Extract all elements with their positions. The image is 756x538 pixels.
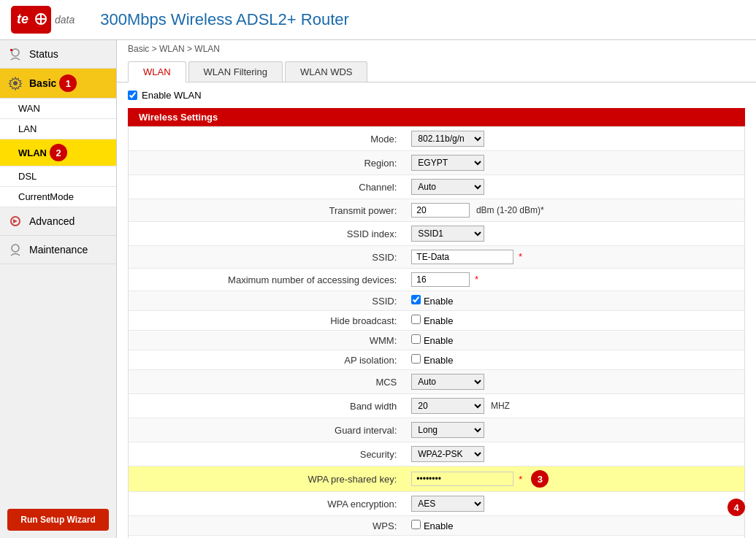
wmm-text: Enable [424, 335, 453, 346]
maintenance-icon [7, 242, 23, 258]
bandwidth-value: 2040 MHZ [405, 394, 744, 418]
svg-rect-5 [10, 49, 12, 51]
channel-label: Channel: [129, 175, 406, 199]
sidebar-item-maintenance[interactable]: Maintenance [0, 236, 116, 264]
txpower-value: dBm (1-20 dBm)* [405, 199, 744, 222]
sidebar-dsl-label: DSL [18, 171, 37, 182]
security-label: Security: [129, 442, 406, 466]
sidebar-wan-label: WAN [18, 103, 40, 114]
sidebar-sub-currentmode[interactable]: CurrentMode [0, 187, 116, 207]
channel-value: Auto 12345 67891011 [405, 175, 744, 199]
tabs-container: WLAN WLAN Filtering WLAN WDS [117, 58, 756, 82]
sidebar: Status Basic 1 WAN LAN WLAN 2 DSL Cu [0, 40, 117, 538]
wmm-value: Enable [405, 331, 744, 350]
table-row: WPS: Enable [129, 516, 745, 536]
ssid-required: * [519, 251, 522, 262]
sidebar-item-advanced[interactable]: Advanced [0, 207, 116, 236]
hidebc-checkbox[interactable] [411, 315, 421, 324]
table-row: Security: WPA2-PSKWPA-PSKNoneWEP [129, 442, 745, 466]
wpaenc-select[interactable]: AESTKIPTKIP+AES [411, 496, 484, 512]
ssid-enable-value: Enable [405, 291, 744, 311]
mcs-label: MCS [129, 370, 406, 394]
enable-wlan-checkbox[interactable] [128, 91, 137, 100]
sidebar-sub-wlan[interactable]: WLAN 2 [0, 139, 116, 166]
wpsmode-label: WPS mode: [129, 536, 406, 539]
tab-wlan-filtering[interactable]: WLAN Filtering [188, 61, 283, 82]
channel-select[interactable]: Auto 12345 67891011 [411, 179, 484, 195]
svg-point-6 [13, 81, 18, 85]
mcs-select[interactable]: Auto [411, 374, 484, 390]
sidebar-sub-wan[interactable]: WAN [0, 99, 116, 119]
mcs-value: Auto [405, 370, 744, 394]
run-wizard-button[interactable]: Run Setup Wizard [7, 509, 109, 531]
txpower-input[interactable] [411, 203, 470, 218]
psk-input[interactable] [411, 472, 513, 486]
content-area: Basic > WLAN > WLAN WLAN WLAN Filtering … [117, 40, 756, 538]
sidebar-item-basic[interactable]: Basic 1 [0, 69, 116, 99]
region-label: Region: [129, 151, 406, 175]
table-row: MCS Auto [129, 370, 745, 394]
hidebc-label: Hide broadcast: [129, 311, 406, 331]
wpaenc-value: AESTKIPTKIP+AES [405, 492, 744, 516]
maxdevices-value: * [405, 269, 744, 291]
table-row: SSID: * [129, 246, 745, 269]
bandwidth-label: Band width [129, 394, 406, 418]
mode-select[interactable]: 802.11b/g/n 802.11b 802.11g 802.11n [411, 131, 484, 147]
page-title: 300Mbps Wireless ADSL2+ Router [100, 10, 349, 29]
table-row: Maximum number of accessing devices: * [129, 269, 745, 291]
region-select[interactable]: EGYPT [411, 155, 484, 171]
table-row: Channel: Auto 12345 67891011 [129, 175, 745, 199]
table-row: Transmit power: dBm (1-20 dBm)* [129, 199, 745, 222]
hidebc-value: Enable [405, 311, 744, 331]
basic-badge: 1 [59, 74, 77, 92]
tab-wlan[interactable]: WLAN [128, 61, 186, 82]
wpsmode-value: PBCPIN [405, 536, 744, 539]
logo: te data [11, 6, 75, 34]
wireless-settings-table: Mode: 802.11b/g/n 802.11b 802.11g 802.11… [128, 126, 745, 538]
table-row: WMM: Enable [129, 331, 745, 350]
table-row: AP isolation: Enable [129, 350, 745, 370]
wps-checkbox[interactable] [411, 520, 421, 529]
mode-value: 802.11b/g/n 802.11b 802.11g 802.11n [405, 127, 744, 151]
sidebar-wlan-label: WLAN [18, 147, 47, 158]
breadcrumb: Basic > WLAN > WLAN [117, 40, 756, 58]
sidebar-basic-label: Basic [29, 77, 56, 89]
wlan-badge: 2 [50, 144, 67, 161]
table-row-psk: WPA pre-shared key: * 3 [129, 466, 745, 492]
ssid-input[interactable] [411, 250, 513, 264]
guardint-label: Guard interval: [129, 418, 406, 442]
txpower-unit: dBm (1-20 dBm)* [476, 205, 544, 215]
psk-badge-3: 3 [531, 470, 549, 488]
ssidindex-value: SSID1SSID2SSID3SSID4 [405, 222, 744, 246]
sidebar-currentmode-label: CurrentMode [18, 191, 74, 202]
maxdevices-input[interactable] [411, 272, 470, 287]
enable-wlan-label: Enable WLAN [142, 90, 202, 101]
mode-label: Mode: [129, 127, 406, 151]
ssidindex-select[interactable]: SSID1SSID2SSID3SSID4 [411, 226, 484, 242]
apiso-checkbox[interactable] [411, 354, 421, 364]
wps-label: WPS: [129, 516, 406, 536]
advanced-icon [7, 213, 23, 229]
guardint-select[interactable]: LongShort [411, 422, 484, 438]
ssid-enable-checkbox[interactable] [411, 295, 421, 304]
region-value: EGYPT [405, 151, 744, 175]
wps-text: Enable [424, 520, 453, 531]
psk-required: * [519, 474, 522, 485]
ssid-value: * [405, 246, 744, 269]
table-row: Region: EGYPT [129, 151, 745, 175]
sidebar-item-status[interactable]: Status [0, 40, 116, 69]
logo-box: te [11, 6, 51, 34]
sidebar-sub-dsl[interactable]: DSL [0, 166, 116, 187]
sidebar-lan-label: LAN [18, 123, 37, 134]
security-select[interactable]: WPA2-PSKWPA-PSKNoneWEP [411, 446, 484, 462]
sidebar-sub-lan[interactable]: LAN [0, 119, 116, 139]
wps-value: Enable [405, 516, 744, 536]
tab-wlan-wds[interactable]: WLAN WDS [285, 61, 368, 82]
security-value: WPA2-PSKWPA-PSKNoneWEP [405, 442, 744, 466]
wmm-checkbox[interactable] [411, 334, 421, 344]
psk-value: * 3 [405, 466, 592, 491]
logo-data-text: data [55, 14, 75, 26]
sidebar-status-label: Status [29, 48, 58, 60]
bandwidth-select[interactable]: 2040 [411, 398, 484, 414]
apiso-label: AP isolation: [129, 350, 406, 370]
